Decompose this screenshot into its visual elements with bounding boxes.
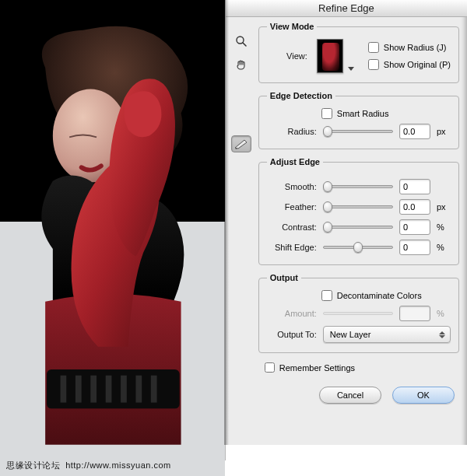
svg-rect-6 <box>121 376 127 403</box>
smart-radius-checkbox[interactable] <box>321 108 332 119</box>
output-to-select[interactable]: New Layer <box>323 326 451 343</box>
output-group: Output Decontaminate Colors Amount: % Ou… <box>258 273 459 353</box>
feather-input[interactable] <box>399 199 430 215</box>
subject-figure <box>0 16 225 476</box>
smooth-slider[interactable] <box>323 181 393 192</box>
svg-rect-4 <box>90 376 97 403</box>
decontaminate-checkbox[interactable] <box>321 290 332 301</box>
refine-edge-dialog: Refine Edge View Mode View <box>225 0 467 460</box>
output-to-label: Output To: <box>267 330 317 339</box>
feather-label: Feather: <box>267 202 317 212</box>
output-legend: Output <box>267 273 301 282</box>
view-mode-legend: View Mode <box>267 22 318 31</box>
adjust-edge-group: Adjust Edge Smooth: Feather: px <box>258 157 459 265</box>
remember-checkbox[interactable] <box>265 362 275 373</box>
view-thumbnail[interactable] <box>317 39 343 73</box>
remember-label: Remember Settings <box>279 363 355 373</box>
shift-edge-label: Shift Edge: <box>267 243 317 252</box>
select-caret-icon <box>439 331 445 338</box>
zoom-tool[interactable] <box>231 33 251 50</box>
svg-rect-8 <box>151 376 157 403</box>
output-to-value: New Layer <box>330 330 371 339</box>
view-label: View: <box>267 51 307 61</box>
ok-button[interactable]: OK <box>392 387 455 404</box>
tool-column <box>229 22 254 437</box>
show-radius-checkbox[interactable] <box>368 42 379 53</box>
feather-slider[interactable] <box>323 201 393 212</box>
adjust-edge-legend: Adjust Edge <box>267 157 323 166</box>
shift-edge-slider[interactable] <box>323 242 393 253</box>
shift-edge-input[interactable] <box>399 240 430 255</box>
amount-input <box>399 306 430 321</box>
svg-rect-5 <box>106 376 112 403</box>
contrast-input[interactable] <box>399 219 430 235</box>
svg-rect-3 <box>75 376 82 403</box>
watermark-url: http://www.missyuan.com <box>65 460 171 470</box>
svg-line-10 <box>243 43 246 46</box>
refine-radius-tool[interactable] <box>231 135 251 152</box>
hand-tool[interactable] <box>231 56 251 73</box>
edge-detection-group: Edge Detection Smart Radius Radius: px <box>258 91 459 149</box>
watermark-site: 思缘设计论坛 <box>6 460 60 470</box>
feather-unit: px <box>437 202 451 212</box>
shift-edge-unit: % <box>437 243 451 252</box>
amount-unit: % <box>437 309 451 318</box>
contrast-label: Contrast: <box>267 222 317 232</box>
cancel-button[interactable]: Cancel <box>319 387 381 404</box>
edge-detection-legend: Edge Detection <box>267 91 335 100</box>
watermark: 思缘设计论坛 http://www.missyuan.com <box>6 460 171 471</box>
svg-rect-7 <box>135 376 142 403</box>
radius-slider[interactable] <box>323 126 393 137</box>
amount-slider <box>323 308 393 319</box>
svg-rect-2 <box>61 376 67 403</box>
radius-unit: px <box>437 127 451 136</box>
smooth-label: Smooth: <box>267 182 317 191</box>
contrast-slider[interactable] <box>323 222 393 233</box>
decontaminate-label: Decontaminate Colors <box>337 291 422 300</box>
radius-input[interactable] <box>399 124 430 139</box>
show-radius-label: Show Radius (J) <box>384 43 447 52</box>
amount-label: Amount: <box>267 309 317 318</box>
view-mode-group: View Mode View: Show Radius (J) <box>258 22 459 83</box>
contrast-unit: % <box>437 222 451 232</box>
smart-radius-label: Smart Radius <box>337 109 389 118</box>
show-original-checkbox[interactable] <box>368 59 379 70</box>
canvas-preview: 思缘设计论坛 http://www.missyuan.com <box>0 0 225 476</box>
dialog-title: Refine Edge <box>226 0 467 17</box>
show-original-label: Show Original (P) <box>384 60 451 69</box>
radius-label: Radius: <box>267 127 317 136</box>
smooth-input[interactable] <box>399 179 430 194</box>
view-thumbnail-caret[interactable] <box>348 67 354 71</box>
svg-rect-1 <box>47 369 180 408</box>
